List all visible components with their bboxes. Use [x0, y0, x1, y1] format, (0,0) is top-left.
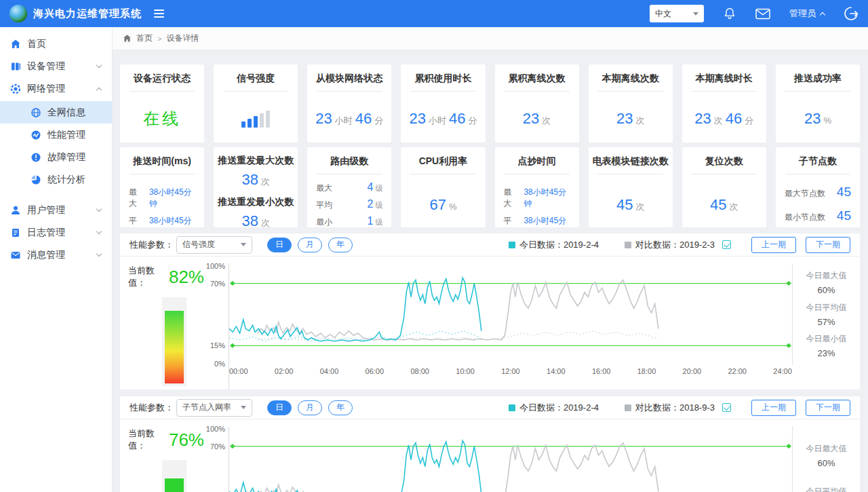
performance-icon [30, 129, 41, 140]
x-tick: 10:00 [456, 367, 475, 375]
sidebar-item-logs[interactable]: 日志管理 [0, 221, 112, 244]
sidebar-item-performance[interactable]: 性能管理 [0, 124, 112, 146]
network-icon [9, 83, 21, 94]
user-icon [9, 204, 21, 216]
today-series-line [229, 440, 481, 492]
gauge-track [162, 297, 186, 386]
x-tick: 12:00 [501, 367, 520, 375]
next-period-button[interactable]: 下一期 [806, 237, 850, 253]
compare-series-line [258, 280, 658, 340]
legend-compare: 对比数据：2019-2-3 [625, 239, 731, 251]
x-tick: 14:00 [547, 367, 566, 375]
today-swatch [509, 404, 515, 411]
compare-checkbox[interactable] [722, 240, 731, 249]
card-total-usage-time: 累积使用时长 23小时46分 [401, 64, 485, 143]
tab-year[interactable]: 年 [328, 400, 353, 415]
day-stats: 今日最大值60% 今日平均值45% [792, 426, 860, 492]
panel-toolbar: 性能参数： 信号强度 日 月 年 今日数据：2019-2-4 对比数据：2019… [120, 233, 860, 257]
signal-bars-icon [214, 111, 298, 128]
breadcrumb-current: 设备详情 [166, 33, 199, 44]
notifications-bell-icon[interactable] [723, 7, 736, 20]
card-route-levels: 路由级数 最大4级 平均2级 最小1级 路由改变次数1次 [307, 147, 391, 227]
card-child-nodes: 子节点数 最大节点数45 最小节点数45 [776, 147, 860, 227]
card-reset-count: 复位次数 45次 [682, 147, 766, 227]
tab-year[interactable]: 年 [328, 238, 353, 252]
sidebar-submenu-network: 全网信息 性能管理 故障管理 统计分析 [0, 101, 112, 191]
card-total-offline-count: 累积离线次数 23次 [495, 64, 579, 143]
card-cpu-usage: CPU利用率 67% [401, 147, 485, 227]
y-axis: 100%70%15%0% [204, 263, 229, 365]
plot-area: 00:0002:0004:0006:0008:0010:0012:0014:00… [229, 263, 792, 390]
tab-month[interactable]: 月 [298, 400, 322, 415]
tab-day[interactable]: 日 [267, 400, 292, 415]
gauge-fill [165, 478, 184, 492]
chart-panel-signal: 性能参数： 信号强度 日 月 年 今日数据：2019-2-4 对比数据：2019… [120, 233, 860, 390]
device-icon [9, 60, 21, 72]
card-push-time: 推送时间(ms) 最大38小时45分钟 平均38小时45分钟 最小38小时45分… [120, 147, 204, 227]
compare-series-line [258, 443, 658, 492]
x-tick: 16:00 [592, 367, 611, 375]
next-period-button[interactable]: 下一期 [806, 400, 850, 416]
globe-icon [30, 107, 41, 118]
sidebar-item-network[interactable]: 网络管理 [0, 77, 112, 100]
prev-period-button[interactable]: 上一期 [751, 237, 796, 253]
app-logo [9, 5, 27, 22]
param-select[interactable]: 信号强度 [176, 236, 252, 254]
y-axis: 100%70%15%0% [204, 426, 229, 492]
gauge-fill [165, 311, 184, 383]
card-device-status: 设备运行状态 在线 [120, 64, 204, 143]
current-value: 82% [169, 267, 204, 288]
chart-body: 当前数值：82% 100%70%15%0% 00:0002:0004:0006:… [120, 257, 860, 390]
breadcrumb-separator: > [157, 35, 161, 43]
gauge-track [162, 460, 186, 492]
card-period-offline-duration: 本期离线时长 23次46分 [682, 64, 766, 143]
sidebar-item-network-info[interactable]: 全网信息 [0, 101, 112, 124]
threshold-marker [786, 444, 791, 449]
card-push-success-rate: 推送成功率 23% [776, 64, 860, 143]
compare-checkbox[interactable] [722, 403, 731, 412]
x-tick: 08:00 [410, 367, 429, 375]
x-tick: 20:00 [683, 367, 702, 375]
chevron-down-icon [96, 229, 102, 234]
legend-today: 今日数据：2019-2-4 [509, 239, 599, 251]
card-meter-read-time: 点抄时间 最大38小时45分钟 平均38小时45分钟 最小38小时45分钟 [495, 147, 579, 227]
breadcrumb-home[interactable]: 首页 [136, 33, 153, 44]
fault-icon [30, 151, 41, 163]
chart-panel-child-node-rate: 性能参数： 子节点入网率 日 月 年 今日数据：2019-2-4 对比数据：20… [120, 396, 860, 492]
compare-swatch [625, 404, 631, 411]
messages-mail-icon[interactable] [755, 8, 770, 20]
message-icon [9, 249, 21, 261]
legend-today: 今日数据：2019-2-4 [509, 402, 599, 414]
chevron-down-icon [96, 206, 102, 212]
logout-icon[interactable] [844, 6, 859, 21]
menu-toggle-icon[interactable] [154, 10, 164, 18]
tab-month[interactable]: 月 [298, 238, 322, 252]
x-tick: 00:00 [229, 367, 248, 375]
param-label: 性能参数： [130, 239, 174, 251]
sidebar-item-users[interactable]: 用户管理 [0, 199, 112, 221]
tab-day[interactable]: 日 [267, 238, 292, 252]
sidebar-item-devices[interactable]: 设备管理 [0, 55, 112, 77]
sidebar-item-statistics[interactable]: 统计分析 [0, 168, 112, 191]
x-tick: 06:00 [366, 367, 384, 375]
y-tick: 70% [210, 442, 225, 451]
line-chart [229, 263, 792, 364]
y-tick: 0% [214, 360, 225, 368]
home-icon [9, 38, 21, 50]
sidebar: 首页 设备管理 网络管理 全网信息 性能管理 故障管理 统计分析 用户管理 [0, 27, 112, 492]
param-select[interactable]: 子节点入网率 [176, 399, 252, 417]
chevron-up-icon [96, 87, 102, 92]
chevron-down-icon [96, 251, 102, 257]
x-tick: 18:00 [637, 367, 656, 375]
x-tick: 22:00 [728, 367, 747, 375]
sidebar-item-faults[interactable]: 故障管理 [0, 146, 112, 168]
plot-area: 00:0002:0004:0006:0008:0010:0012:0014:00… [229, 426, 792, 492]
prev-period-button[interactable]: 上一期 [751, 400, 796, 416]
user-menu[interactable]: 管理员 [789, 7, 825, 20]
language-select[interactable]: 中文 [650, 5, 704, 22]
language-value: 中文 [655, 8, 671, 20]
sidebar-item-messages[interactable]: 消息管理 [0, 244, 112, 266]
card-push-retry: 推送重发最大次数 38次 推送重发最小次数 38次 [214, 147, 298, 227]
x-axis: 00:0002:0004:0006:0008:0010:0012:0014:00… [229, 367, 792, 375]
sidebar-item-home[interactable]: 首页 [0, 33, 112, 55]
